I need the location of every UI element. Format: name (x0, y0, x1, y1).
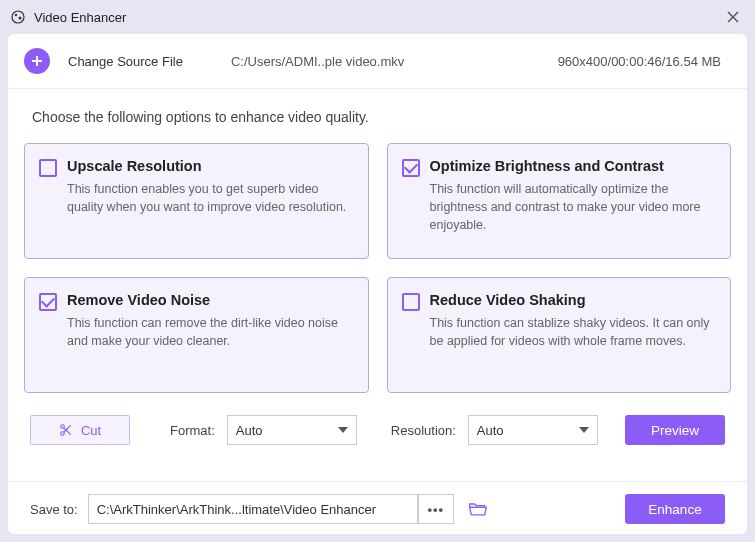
checkbox-brightness[interactable] (402, 159, 420, 177)
svg-point-1 (15, 14, 17, 16)
add-source-button[interactable] (24, 48, 50, 74)
checkbox-upscale[interactable] (39, 159, 57, 177)
change-source-link[interactable]: Change Source File (68, 54, 183, 69)
plus-icon (30, 54, 44, 68)
format-label: Format: (170, 423, 215, 438)
window-title: Video Enhancer (34, 10, 126, 25)
ellipsis-icon: ••• (427, 502, 444, 517)
checkbox-noise[interactable] (39, 293, 57, 311)
chevron-down-icon (579, 427, 589, 433)
instruction-text: Choose the following options to enhance … (32, 109, 723, 125)
save-path-value: C:\ArkThinker\ArkThink...ltimate\Video E… (97, 502, 376, 517)
main-area: Choose the following options to enhance … (8, 89, 747, 465)
resolution-select[interactable]: Auto (468, 415, 598, 445)
card-desc: This function can stablize shaky videos.… (430, 314, 715, 350)
main-panel: Change Source File C:/Users/ADMI..ple vi… (8, 34, 747, 534)
svg-point-0 (12, 11, 24, 23)
enhance-button[interactable]: Enhance (625, 494, 725, 524)
source-meta: 960x400/00:00:46/16.54 MB (558, 54, 721, 69)
divider (8, 481, 747, 482)
app-icon (10, 9, 26, 25)
card-upscale-resolution[interactable]: Upscale Resolution This function enables… (24, 143, 369, 259)
option-cards: Upscale Resolution This function enables… (24, 143, 731, 393)
open-folder-button[interactable] (464, 495, 492, 523)
browse-button[interactable]: ••• (418, 494, 454, 524)
card-title: Upscale Resolution (67, 158, 352, 174)
card-title: Reduce Video Shaking (430, 292, 715, 308)
source-path: C:/Users/ADMI..ple video.mkv (231, 54, 404, 69)
resolution-value: Auto (477, 423, 504, 438)
card-optimize-brightness[interactable]: Optimize Brightness and Contrast This fu… (387, 143, 732, 259)
card-desc: This function enables you to get superb … (67, 180, 352, 216)
card-title: Optimize Brightness and Contrast (430, 158, 715, 174)
scissors-icon (59, 423, 73, 437)
resolution-label: Resolution: (391, 423, 456, 438)
card-title: Remove Video Noise (67, 292, 352, 308)
card-desc: This function will automatically optimiz… (430, 180, 715, 234)
cut-label: Cut (81, 423, 101, 438)
save-row: Save to: C:\ArkThinker\ArkThink...ltimat… (8, 494, 747, 524)
folder-icon (468, 500, 488, 518)
save-to-label: Save to: (30, 502, 78, 517)
card-reduce-shaking[interactable]: Reduce Video Shaking This function can s… (387, 277, 732, 393)
card-remove-noise[interactable]: Remove Video Noise This function can rem… (24, 277, 369, 393)
save-path-input[interactable]: C:\ArkThinker\ArkThink...ltimate\Video E… (88, 494, 418, 524)
checkbox-shaking[interactable] (402, 293, 420, 311)
titlebar: Video Enhancer (0, 0, 755, 34)
chevron-down-icon (338, 427, 348, 433)
format-select[interactable]: Auto (227, 415, 357, 445)
close-icon[interactable] (721, 5, 745, 29)
preview-button[interactable]: Preview (625, 415, 725, 445)
format-value: Auto (236, 423, 263, 438)
video-enhancer-window: Video Enhancer Change Source File C:/Use… (0, 0, 755, 542)
cut-button[interactable]: Cut (30, 415, 130, 445)
source-row: Change Source File C:/Users/ADMI..ple vi… (8, 34, 747, 89)
card-desc: This function can remove the dirt-like v… (67, 314, 352, 350)
svg-point-2 (19, 17, 22, 20)
controls-row: Cut Format: Auto Resolution: Auto Previe… (24, 415, 731, 445)
